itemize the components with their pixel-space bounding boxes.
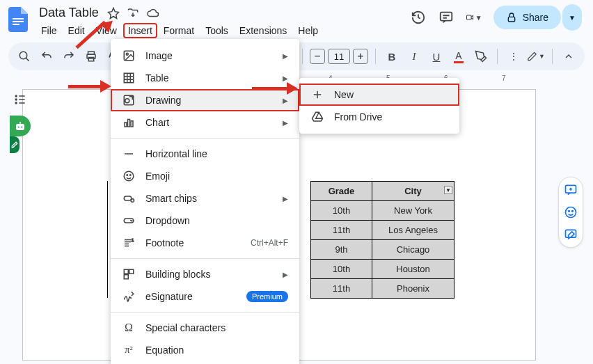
menu-item-esignature[interactable]: eSignaturePremium: [111, 285, 299, 308]
menu-item-smart-chips[interactable]: Smart chips▶: [111, 187, 299, 209]
svg-rect-13: [16, 124, 24, 130]
outline-tab-icon[interactable]: [10, 136, 19, 153]
svg-point-19: [572, 211, 574, 212]
menu-item-drawing[interactable]: Drawing▶: [111, 89, 299, 111]
docs-logo[interactable]: [6, 4, 31, 35]
svg-text:1: 1: [132, 238, 134, 242]
submenu-item-new[interactable]: New: [299, 84, 459, 106]
menu-tools[interactable]: Tools: [200, 23, 233, 38]
menu-insert[interactable]: Insert: [123, 23, 157, 38]
underline-icon[interactable]: U: [427, 47, 445, 65]
table-cell[interactable]: Phoenix: [372, 279, 454, 299]
svg-rect-23: [124, 73, 134, 83]
cloud-icon[interactable]: [146, 7, 160, 19]
font-size-increase[interactable]: +: [353, 49, 368, 64]
italic-icon[interactable]: I: [405, 47, 423, 65]
svg-point-11: [15, 99, 17, 100]
svg-rect-27: [128, 120, 130, 127]
menu-file[interactable]: File: [36, 23, 62, 38]
menu-format[interactable]: Format: [159, 23, 199, 38]
undo-icon[interactable]: [38, 47, 56, 65]
svg-point-18: [569, 211, 570, 212]
emoji-icon: [122, 169, 136, 183]
svg-rect-26: [125, 122, 127, 127]
table-cell[interactable]: Houston: [372, 260, 454, 279]
outline-list-icon[interactable]: [10, 89, 31, 110]
print-icon[interactable]: [82, 47, 100, 65]
move-icon[interactable]: [127, 7, 139, 19]
footnote-icon: 1: [122, 236, 136, 250]
menu-item-horizontal-line[interactable]: Horizontal line: [111, 143, 299, 165]
svg-point-22: [126, 53, 128, 55]
document-title[interactable]: Data Table: [36, 4, 102, 22]
menu-item-dropdown[interactable]: Dropdown: [111, 209, 299, 232]
edit-mode-icon[interactable]: ▼: [527, 47, 545, 65]
submenu-item-from-drive[interactable]: From Drive: [299, 106, 459, 128]
svg-point-14: [18, 126, 19, 127]
app-header: Data Table File Edit View Insert Format …: [0, 0, 593, 38]
drawing-icon: [122, 93, 136, 107]
outline-ai-icon[interactable]: [10, 116, 31, 136]
menu-extensions[interactable]: Extensions: [235, 23, 292, 38]
menu-item-footnote[interactable]: 1FootnoteCtrl+Alt+F: [111, 232, 299, 254]
menu-item-equation[interactable]: π²Equation: [111, 339, 299, 361]
more-icon[interactable]: ⋮: [505, 47, 523, 65]
redo-icon[interactable]: [60, 47, 78, 65]
suggest-icon[interactable]: [564, 228, 578, 242]
svg-rect-3: [440, 13, 452, 21]
table-cell[interactable]: Chicago: [372, 240, 454, 260]
floating-toolbar: [558, 177, 583, 248]
table-header: Grade: [329, 186, 355, 196]
svg-rect-28: [131, 121, 133, 127]
collapse-icon[interactable]: [560, 47, 578, 65]
history-icon[interactable]: [410, 9, 427, 26]
menu-item-table[interactable]: Table▶: [111, 67, 299, 89]
special-characters-icon: Ω: [122, 321, 136, 335]
highlight-icon[interactable]: [472, 47, 490, 65]
meet-icon[interactable]: ▼: [466, 9, 482, 26]
table-cell[interactable]: 9th: [311, 240, 372, 260]
data-table[interactable]: Grade City▼ 10thNew York 11thLos Angeles…: [310, 181, 454, 299]
drawing-submenu: New From Drive: [299, 78, 459, 134]
emoji-react-icon[interactable]: [564, 205, 578, 219]
menu-help[interactable]: Help: [293, 23, 323, 38]
table-cell[interactable]: 11th: [311, 279, 372, 299]
svg-rect-36: [124, 269, 128, 274]
column-dropdown-icon[interactable]: ▼: [444, 186, 452, 194]
svg-point-30: [127, 175, 128, 176]
table-cell[interactable]: Los Angeles: [372, 221, 454, 240]
table-cell[interactable]: 10th: [311, 260, 372, 279]
svg-point-17: [566, 207, 576, 218]
svg-point-15: [21, 126, 22, 127]
font-size-input[interactable]: 11: [328, 49, 350, 64]
chart-icon: [122, 116, 136, 129]
svg-rect-0: [13, 18, 24, 19]
table-header: City: [404, 186, 422, 196]
chevron-right-icon: ▶: [283, 271, 288, 278]
text-color-icon[interactable]: A: [450, 47, 468, 65]
table-cell[interactable]: 11th: [311, 221, 372, 240]
comment-icon[interactable]: [438, 9, 454, 26]
search-icon[interactable]: [15, 47, 33, 65]
equation-icon: π²: [122, 343, 136, 357]
menu-item-image[interactable]: Image▶: [111, 45, 299, 67]
bold-icon[interactable]: B: [383, 47, 401, 65]
image-icon: [122, 49, 136, 63]
menu-item-building-blocks[interactable]: Building blocks▶: [111, 263, 299, 285]
svg-point-10: [15, 95, 17, 97]
horizontal-line-icon: [122, 147, 136, 161]
table-cell[interactable]: 10th: [311, 201, 372, 221]
svg-rect-2: [13, 24, 19, 25]
add-comment-icon[interactable]: [564, 183, 578, 197]
menu-item-special-characters[interactable]: ΩSpecial characters: [111, 317, 299, 339]
chevron-right-icon: ▶: [283, 195, 288, 203]
share-button[interactable]: Share: [493, 6, 561, 29]
svg-point-12: [15, 102, 17, 104]
premium-badge: Premium: [246, 291, 288, 302]
menu-item-emoji[interactable]: Emoji: [111, 165, 299, 187]
share-dropdown[interactable]: ▼: [562, 4, 582, 31]
menu-item-chart[interactable]: Chart▶: [111, 111, 299, 134]
svg-rect-5: [508, 17, 514, 22]
font-size-decrease[interactable]: −: [310, 49, 325, 64]
table-cell[interactable]: New York: [372, 201, 454, 221]
